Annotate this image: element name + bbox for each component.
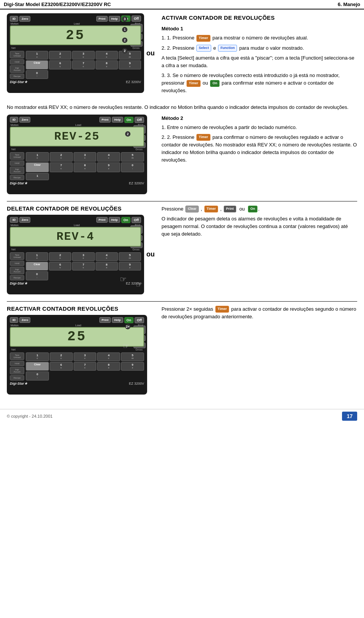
metodo2-title: Método 2 bbox=[162, 115, 357, 122]
metodo2-p2: 2. 2. Pressione Timer para confirmar o n… bbox=[162, 134, 357, 164]
keypad-left-3: Tare Unload Hold Ingr Accum Re bbox=[10, 252, 24, 280]
device-panel-3: ID Zero Print Help On Off TimerCount bbox=[7, 215, 144, 294]
net-label-2: Net bbox=[11, 148, 16, 151]
recipe-btn-3[interactable]: Recipe bbox=[10, 275, 24, 280]
key-7-2[interactable]: 7c bbox=[50, 162, 73, 172]
metodo1-p2: 2. 2. Pressione Select e Function para m… bbox=[162, 44, 357, 52]
timer-inline-btn-4: Timer bbox=[204, 206, 218, 212]
id-btn-4[interactable]: ID bbox=[10, 317, 18, 323]
ingr-accum-btn-4[interactable]: Ingr Accum bbox=[10, 367, 24, 374]
print-btn-1[interactable]: Print bbox=[96, 16, 108, 22]
zero-btn-3[interactable]: Zero bbox=[19, 217, 30, 223]
device-display-2: REV-25 bbox=[10, 127, 144, 146]
help-btn-2[interactable]: Help bbox=[112, 117, 123, 123]
key-2-4[interactable]: 2c bbox=[50, 352, 73, 361]
hold-btn[interactable]: Hold bbox=[10, 59, 24, 64]
section-reactivar-right: Pressionar 2× seguidas Timer para activa… bbox=[155, 305, 357, 323]
help-btn-3[interactable]: Help bbox=[109, 217, 120, 223]
clear-btn-2[interactable]: Clear bbox=[26, 162, 49, 172]
key-6[interactable]: 6c bbox=[49, 60, 71, 69]
page-number: 17 bbox=[342, 412, 357, 421]
id-btn-2[interactable]: ID bbox=[10, 117, 18, 123]
key-8-2[interactable]: 8x bbox=[74, 162, 97, 172]
motion-label: Motion bbox=[11, 22, 19, 25]
print-btn-2[interactable]: Print bbox=[99, 117, 111, 123]
ingr-accum-btn-3[interactable]: Ingr Accum bbox=[10, 267, 24, 274]
help-btn-4[interactable]: Help bbox=[112, 317, 123, 323]
key-2[interactable]: 2c bbox=[49, 51, 71, 60]
tare-unload-btn-3[interactable]: Tare Unload bbox=[10, 252, 24, 260]
key-0-3[interactable]: 0: bbox=[26, 271, 48, 280]
key-3-4[interactable]: 3c bbox=[74, 352, 97, 361]
recipe-btn[interactable]: Recipe bbox=[10, 74, 24, 79]
motion-label-3: Motion bbox=[11, 224, 19, 226]
key-7-4[interactable]: 7c bbox=[74, 362, 97, 371]
section-reactivar: REACTIVAR CONTADOR REVOLUÇÕES ID Zero Pr… bbox=[7, 305, 357, 395]
key-6-4[interactable]: 6c bbox=[50, 362, 73, 371]
ingr-accum-btn-2[interactable]: Ingr Accum bbox=[10, 167, 24, 174]
tare-unload-btn[interactable]: Tare Unload bbox=[10, 51, 24, 58]
key-6-3[interactable]: 6c bbox=[49, 262, 71, 270]
key-0-4[interactable]: 0: bbox=[26, 371, 49, 380]
display-value-4: 25 bbox=[67, 329, 86, 344]
key-7-3[interactable]: 7c bbox=[72, 262, 94, 270]
device-indicator-row-1: Net Gross bbox=[10, 47, 141, 49]
key-4-2[interactable]: 4c bbox=[97, 152, 120, 162]
help-btn[interactable]: Help bbox=[109, 16, 120, 22]
key-2-2[interactable]: 2c bbox=[50, 152, 73, 162]
section-activar-right: ACTIVAR CONTADOR DE REVOLUÇÕES Método 1 … bbox=[155, 13, 357, 97]
key-1b-2[interactable]: 1 bbox=[26, 173, 49, 180]
key-8[interactable]: 8x bbox=[96, 60, 118, 69]
callout-3-1: 3 bbox=[122, 16, 127, 22]
unload-label: Unload bbox=[13, 55, 20, 57]
net-label-4: Net bbox=[11, 348, 16, 351]
device-indicator-row-2: Net Gross bbox=[10, 148, 144, 151]
print-btn-4[interactable]: Print bbox=[99, 317, 111, 323]
ingr-accum-btn[interactable]: Ingr Accum bbox=[10, 65, 24, 73]
clear-btn-4[interactable]: Clear bbox=[26, 362, 49, 371]
key-1-4[interactable]: 1c bbox=[26, 352, 49, 361]
key-9-2[interactable]: 9z bbox=[97, 162, 120, 172]
key-3-2[interactable]: 3c bbox=[74, 152, 97, 162]
key-4-3[interactable]: 4c bbox=[96, 252, 118, 261]
key-4-4[interactable]: 4c bbox=[97, 352, 120, 361]
device-indicator-row-3: Net Gross bbox=[10, 248, 141, 251]
clear-btn-1[interactable]: Clear bbox=[26, 60, 48, 69]
metodo1-title: Método 1 bbox=[162, 25, 357, 33]
key-7[interactable]: 7c bbox=[72, 60, 94, 69]
tare-unload-btn-4[interactable]: Tare Unload bbox=[10, 352, 24, 360]
section1-heading: ACTIVAR CONTADOR DE REVOLUÇÕES bbox=[162, 13, 357, 22]
key-1-3[interactable]: 1c bbox=[26, 252, 48, 261]
print-btn-3[interactable]: Print bbox=[96, 217, 108, 223]
zero-btn-2[interactable]: Zero bbox=[19, 117, 30, 123]
device-logo-2: Digi-Star★ bbox=[10, 181, 27, 185]
recipe-btn-4[interactable]: Recipe bbox=[10, 375, 24, 381]
key-8-4[interactable]: 8x bbox=[97, 362, 120, 371]
clear-btn-3[interactable]: Clear bbox=[26, 262, 48, 270]
display-value-2: REV-25 bbox=[54, 130, 100, 143]
display-value-3: REV-4 bbox=[56, 230, 94, 243]
tare-unload-btn-2[interactable]: Tare Unload bbox=[10, 152, 24, 160]
zero-btn[interactable]: Zero bbox=[19, 16, 30, 22]
id-btn-3[interactable]: ID bbox=[10, 217, 18, 223]
device-btn-group-ids-3: ID Zero bbox=[10, 217, 30, 223]
hold-btn-2[interactable]: Hold bbox=[10, 160, 24, 166]
key-3-3[interactable]: 3c bbox=[72, 252, 94, 261]
hold-btn-4[interactable]: Hold bbox=[10, 361, 24, 366]
section-deletar: DELETAR CONTADOR DE REVOLUÇÕES ID Zero P… bbox=[7, 205, 357, 294]
key-3[interactable]: 3c bbox=[72, 51, 94, 60]
key-8-3[interactable]: 8x bbox=[96, 262, 118, 270]
finger-callout-3a: ☞ bbox=[120, 275, 127, 284]
key-4[interactable]: 4c bbox=[96, 51, 118, 60]
device-panel-1: ID Zero Print Help On Off 3 1 bbox=[7, 13, 144, 93]
key-2-3[interactable]: 2c bbox=[49, 252, 71, 261]
key-1-2[interactable]: 1c bbox=[26, 152, 49, 162]
zero-btn-4[interactable]: Zero bbox=[19, 317, 30, 323]
print-inline-btn-1: Print bbox=[224, 206, 236, 212]
id-btn[interactable]: ID bbox=[10, 16, 18, 22]
key-0[interactable]: 0: bbox=[26, 70, 48, 79]
hold-btn-3[interactable]: Hold bbox=[10, 261, 24, 266]
key-1[interactable]: 1c bbox=[26, 51, 48, 60]
header-section: 6. Manejo bbox=[338, 2, 360, 7]
recipe-btn-2[interactable]: Recipe bbox=[10, 175, 24, 180]
